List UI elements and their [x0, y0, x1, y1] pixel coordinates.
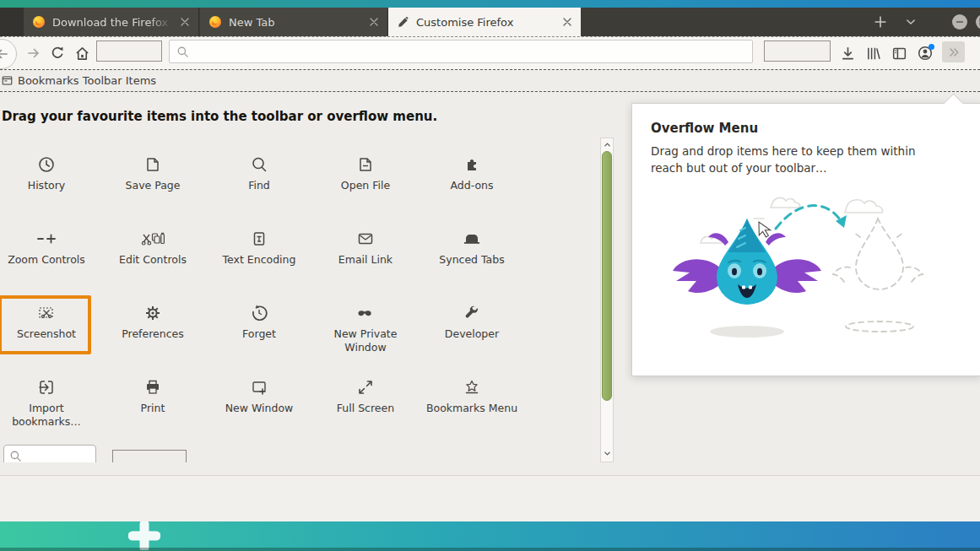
wallpaper-plus-icon	[128, 521, 160, 550]
palette-item-import-bookmarks[interactable]: Import bookmarks…	[0, 365, 100, 439]
new-window-icon	[250, 376, 268, 398]
bookmarks-toolbar[interactable]: Bookmarks Toolbar Items	[0, 69, 980, 92]
palette-item-new-private-window[interactable]: New Private Window	[312, 290, 419, 365]
palette-item-label: New Window	[225, 402, 294, 415]
palette-item-bookmarks-menu[interactable]: Bookmarks Menu	[419, 365, 525, 439]
palette-item-label: Screenshot	[17, 327, 76, 341]
palette-item-label: Email Link	[338, 253, 393, 267]
find-icon	[250, 154, 268, 176]
palette-item-label: Developer	[445, 327, 499, 341]
palette-item-label: Zoom Controls	[8, 253, 85, 267]
palette-item-screenshot[interactable]: Screenshot	[0, 290, 100, 365]
palette-item-find[interactable]: Find	[206, 142, 312, 216]
close-icon[interactable]	[178, 15, 192, 29]
save-page-icon	[143, 154, 162, 176]
address-input[interactable]	[194, 45, 752, 59]
palette-item-label: Find	[248, 179, 270, 192]
palette-grid: HistorySave PageFindOpen FileAdd-onsZoom…	[0, 142, 525, 439]
palette-item-full-screen[interactable]: Full Screen	[312, 365, 419, 439]
overflow-menu-title: Overflow Menu	[651, 121, 758, 136]
palette-area: HistorySave PageFindOpen FileAdd-onsZoom…	[0, 135, 599, 462]
back-button[interactable]	[0, 39, 17, 69]
minimize-button[interactable]	[951, 14, 968, 30]
history-icon	[37, 154, 56, 176]
search-widget[interactable]	[3, 445, 96, 462]
scrollbar-thumb[interactable]	[602, 151, 612, 401]
overflow-menu-description: Drag and drop items here to keep them wi…	[651, 143, 948, 176]
overflow-menu-panel[interactable]: Overflow Menu Drag and drop items here t…	[631, 103, 980, 376]
back-icon	[0, 46, 10, 62]
addons-icon	[463, 154, 481, 176]
home-button[interactable]	[72, 37, 92, 69]
palette-item-forget[interactable]: Forget	[206, 290, 312, 365]
full-screen-icon	[356, 376, 375, 398]
tab-title: Download the Firefox Br	[52, 16, 171, 29]
palette-item-label: Edit Controls	[119, 253, 187, 267]
toolbar-drop-placeholder[interactable]	[96, 41, 162, 62]
palette-item-label: Print	[141, 402, 165, 415]
palette-item-label: Preferences	[122, 327, 184, 341]
firefox-icon	[32, 15, 46, 29]
toolbar-items-icon	[2, 75, 13, 86]
screenshot-icon	[36, 302, 57, 324]
palette-scrollbar[interactable]	[600, 138, 614, 462]
toolbar-drop-placeholder[interactable]	[764, 41, 831, 62]
palette-item-label: Save Page	[126, 179, 181, 192]
maximize-button[interactable]	[975, 14, 980, 30]
bookmarks-menu-icon	[463, 376, 481, 398]
palette-item-open-file[interactable]: Open File	[312, 142, 419, 216]
library-button[interactable]	[863, 37, 883, 69]
palette-item-synced-tabs[interactable]: Synced Tabs	[419, 216, 525, 290]
palette-item-edit-controls[interactable]: Edit Controls	[100, 216, 206, 290]
scroll-up-icon[interactable]	[601, 141, 613, 149]
drag-drop-illustration	[652, 185, 955, 347]
tab-title: New Tab	[229, 16, 360, 29]
edit-controls-icon	[141, 228, 165, 250]
text-encoding-icon	[250, 228, 268, 250]
palette-item-label: Synced Tabs	[439, 253, 504, 267]
palette-item-preferences[interactable]: Preferences	[100, 290, 206, 365]
palette-item-label: Bookmarks Menu	[426, 402, 517, 415]
new-private-window-icon	[355, 302, 376, 324]
downloads-button[interactable]	[837, 37, 858, 69]
palette-item-label: Forget	[242, 327, 276, 341]
address-bar[interactable]	[169, 40, 753, 63]
search-icon	[176, 46, 189, 58]
palette-item-label: Full Screen	[337, 402, 394, 415]
list-all-tabs-button[interactable]	[900, 11, 922, 33]
palette-item-print[interactable]: Print	[100, 365, 206, 439]
scroll-down-icon[interactable]	[601, 450, 613, 457]
forward-button[interactable]	[24, 37, 44, 69]
panel-notch	[943, 93, 963, 113]
reload-button[interactable]	[47, 37, 68, 69]
palette-item-zoom-controls[interactable]: Zoom Controls	[0, 216, 100, 290]
import-bookmarks-icon	[37, 376, 56, 398]
close-icon[interactable]	[560, 15, 574, 29]
palette-item-history[interactable]: History	[0, 142, 100, 216]
palette-item-add-ons[interactable]: Add-ons	[419, 142, 525, 216]
bookmarks-toolbar-label: Bookmarks Toolbar Items	[18, 74, 156, 87]
palette-item-new-window[interactable]: New Window	[206, 365, 312, 439]
tab-title: Customise Firefox	[416, 16, 554, 29]
palette-item-label: Import bookmarks…	[0, 402, 94, 429]
palette-item-label: Text Encoding	[223, 253, 296, 267]
customize-footer: Title Bar Drag Space Toolbars Themes Den…	[0, 475, 980, 521]
sidebar-button[interactable]	[889, 37, 909, 69]
new-tab-button[interactable]	[869, 11, 891, 33]
palette-item-email-link[interactable]: Email Link	[312, 216, 419, 290]
overflow-menu-button[interactable]	[942, 41, 965, 62]
search-widget-input[interactable]	[25, 449, 88, 462]
tab-download-firefox[interactable]: Download the Firefox Br	[24, 8, 199, 36]
customize-heading: Drag your favourite items into the toolb…	[2, 109, 437, 124]
palette-item-save-page[interactable]: Save Page	[100, 142, 206, 216]
flexible-space-widget[interactable]	[112, 450, 187, 462]
tab-new-tab[interactable]: New Tab	[200, 8, 388, 36]
palette-item-label: Open File	[341, 179, 390, 192]
palette-item-text-encoding[interactable]: Text Encoding	[206, 216, 312, 290]
account-button[interactable]	[915, 37, 935, 69]
customize-icon	[397, 16, 409, 29]
palette-item-developer[interactable]: Developer	[419, 290, 525, 365]
tab-customise-firefox[interactable]: Customise Firefox	[388, 8, 581, 36]
close-icon[interactable]	[367, 15, 381, 29]
email-link-icon	[356, 228, 375, 250]
